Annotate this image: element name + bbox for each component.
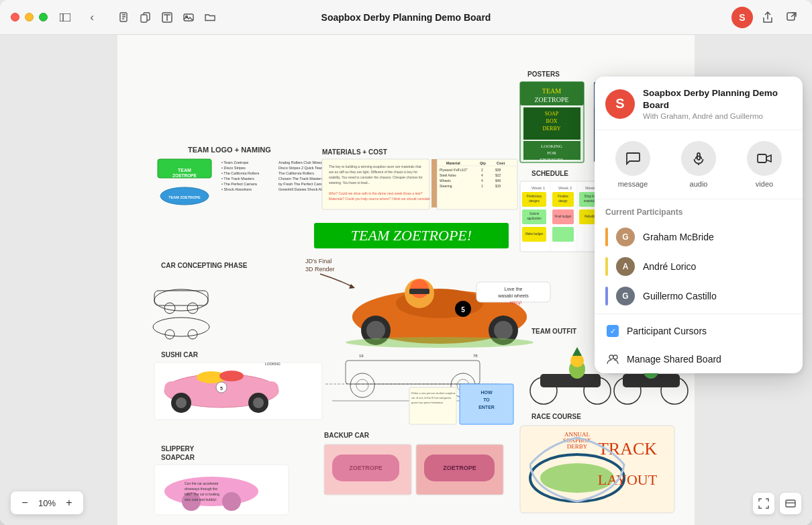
andre-avatar: A [616,257,635,276]
svg-text:5: 5 [461,306,465,314]
svg-text:Submit: Submit [529,212,540,216]
svg-text:ZOETROPE: ZOETROPE [172,173,197,178]
svg-text:car of one of the 8 foot categ: car of one of the 8 foot categories [411,396,452,399]
svg-text:Chosen            The Track Ma: Chosen The Track Masters [278,177,323,181]
svg-text:Love the: Love the [505,287,523,291]
svg-text:SOAP: SOAP [545,111,559,117]
svg-text:MATERIALS + COST: MATERIALS + COST [322,148,387,156]
svg-text:TEAM ZOETROPE: TEAM ZOETROPE [168,195,201,199]
svg-text:78: 78 [473,354,478,358]
text-tool-button[interactable] [158,8,176,27]
svg-rect-4 [141,15,147,22]
svg-text:DERBY: DERBY [567,443,588,450]
svg-text:Analog Rollers   Club Wowzer: Analog Rollers Club Wowzer [278,160,325,164]
folder-tool-button[interactable] [201,8,219,27]
page-title: Soapbox Derby Planning Demo Board [321,12,491,23]
manage-shared-board-item[interactable]: Manage Shared Board [595,345,803,373]
svg-point-170 [253,397,264,408]
svg-text:$46: $46 [495,179,501,183]
svg-text:TEAM: TEAM [542,87,561,95]
participants-section-label: Current Participants [595,199,803,222]
svg-text:TEAM ZOETROPE!: TEAM ZOETROPE! [351,227,472,244]
manage-label: Manage Shared Board [627,354,721,365]
svg-text:Steering: Steering [440,184,452,188]
zoom-out-button[interactable]: − [17,495,32,510]
svg-text:driveways through the: driveways through the [185,487,217,491]
svg-text:RACE COURSE: RACE COURSE [531,413,581,420]
svg-rect-58 [432,159,437,207]
audio-icon-circle [681,141,716,176]
popover-board-title: Soapbox Derby Planning Demo Board [643,87,792,111]
sidebar-toggle-button[interactable] [56,8,74,27]
zoom-toolbar: − 10% + [11,491,83,514]
svg-rect-10 [787,13,795,20]
svg-text:4: 4 [481,179,483,183]
svg-text:• Disco Stripes: • Disco Stripes [221,166,246,170]
graham-name: Graham McBride [643,232,714,242]
svg-text:Week 2: Week 2 [558,186,572,190]
zoom-level: 10% [35,498,59,508]
zoom-in-button[interactable]: + [62,495,77,510]
svg-text:The key to building a winning : The key to building a winning soapbox ra… [329,164,421,169]
svg-text:2: 2 [481,168,483,172]
user-avatar-button[interactable]: S [731,7,753,28]
participant-cursors-item[interactable]: ✓ Participant Cursors [595,317,803,345]
close-button[interactable] [11,13,19,21]
participant-guillermo[interactable]: G Guillermo Castillo [595,281,803,311]
svg-text:Qty: Qty [480,161,487,165]
participant-graham[interactable]: G Graham McBride [595,222,803,252]
popover-info: Soapbox Derby Planning Demo Board With G… [643,87,792,120]
svg-text:Either a one-person student so: Either a one-person student soapbox [411,391,456,395]
svg-text:are as stiff as they are light: are as stiff as they are light. Differen… [329,170,417,174]
svg-text:Preliminary: Preliminary [527,195,542,198]
image-tool-button[interactable] [179,8,198,27]
svg-text:Cost: Cost [497,161,505,165]
copy-tool-button[interactable] [136,8,155,27]
popover-divider [595,314,803,314]
share-button[interactable] [758,8,777,27]
video-action-button[interactable]: video [741,141,788,188]
maximize-button[interactable] [39,13,48,21]
svg-rect-196 [540,374,601,387]
minimize-button[interactable] [25,13,34,21]
message-action-button[interactable]: message [609,141,656,188]
andre-color-bar [605,257,608,276]
audio-action-button[interactable]: audio [675,141,722,188]
svg-text:TEAM LOGO + NAMING: TEAM LOGO + NAMING [188,146,271,154]
svg-rect-216 [786,500,795,507]
svg-text:5: 5 [220,386,223,391]
back-button[interactable]: ‹ [83,8,101,27]
svg-rect-83 [476,282,550,302]
svg-text:SPONSORS: SPONSORS [540,157,564,162]
popover-subtitle: With Graham, André and Guillermo [643,112,792,120]
fit-to-screen-button[interactable] [753,493,774,514]
svg-rect-0 [60,13,70,21]
svg-point-81 [494,321,513,340]
svg-text:The California Rollers: The California Rollers [278,171,314,175]
traffic-lights [11,13,48,21]
audio-label: audio [690,180,708,188]
external-link-button[interactable] [782,8,801,27]
svg-text:LOOKING: LOOKING [265,362,281,366]
svg-text:SUSHI CAR: SUSHI CAR [161,351,199,359]
app-window: ‹ Soapbox Derby Planning Demo Board [0,0,812,525]
canvas-area[interactable]: TEAM LOGO + NAMING TEAM ZOETROPE TEAM ZO… [0,35,812,525]
document-tool-button[interactable] [115,8,134,27]
svg-text:by Fresh           The Perfect: by Fresh The Perfect Camera [278,182,327,186]
participant-andre[interactable]: A André Lorico [595,252,803,281]
svg-text:ZOETROPE: ZOETROPE [443,465,476,471]
svg-text:TEAM: TEAM [178,168,191,173]
svg-text:design: design [558,199,568,203]
svg-text:Finalize: Finalize [558,195,568,198]
svg-text:LOOKING: LOOKING [541,144,562,149]
fullscreen-button[interactable] [780,493,801,514]
svg-text:steering. You have to lead...: steering. You have to lead... [329,181,370,185]
svg-text:application: application [527,217,542,220]
popover-header: S Soapbox Derby Planning Demo Board With… [595,77,803,130]
svg-text:$15: $15 [495,184,501,188]
svg-text:hills? The car is looking: hills? The car is looking [185,492,219,496]
titlebar-tools [115,8,219,27]
andre-name: André Lorico [643,261,696,272]
svg-text:FOR: FOR [547,150,556,156]
svg-text:Can the car accelerate: Can the car accelerate [185,481,219,485]
